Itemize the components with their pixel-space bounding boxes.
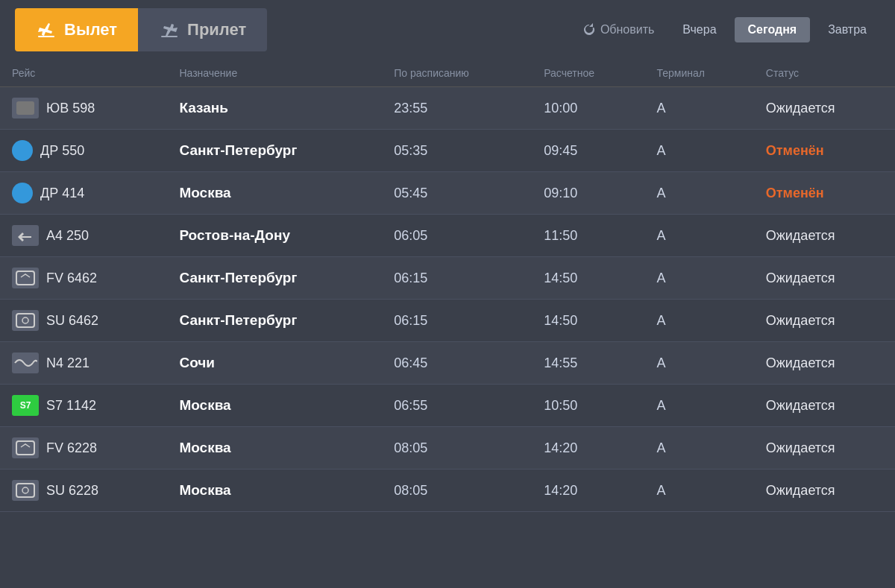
scheduled-cell: 06:55 (382, 385, 532, 427)
estimated-cell: 14:55 (532, 342, 644, 385)
svg-rect-2 (16, 101, 34, 115)
col-terminal: Терминал (645, 60, 754, 87)
svg-rect-6 (16, 441, 34, 455)
status-cell: Ожидается (754, 300, 895, 342)
status-cell: Отменён (754, 130, 895, 172)
flight-number: SU 6462 (46, 313, 98, 329)
svg-rect-1 (161, 36, 178, 37)
svg-rect-0 (38, 36, 54, 37)
today-button[interactable]: Сегодня (735, 17, 811, 42)
tab-departure[interactable]: Вылет (15, 8, 138, 51)
status-badge: Ожидается (766, 271, 835, 285)
status-badge: Ожидается (766, 440, 835, 455)
terminal-value: А (657, 143, 666, 158)
destination-name: Санкт-Петербург (179, 142, 297, 158)
scheduled-time: 05:35 (394, 143, 427, 158)
estimated-time: 14:55 (544, 355, 577, 370)
flight-number-cell: ДР 550 (0, 130, 167, 172)
table-row[interactable]: ДР 414 Москва 05:45 09:10 А Отменён (0, 172, 895, 215)
table-row[interactable]: SU 6462 Санкт-Петербург 06:15 14:50 А Ож… (0, 300, 895, 342)
terminal-value: А (657, 228, 666, 243)
scheduled-cell: 08:05 (382, 427, 532, 470)
scheduled-time: 23:55 (394, 101, 427, 116)
airline-icon (12, 98, 39, 118)
yesterday-button[interactable]: Вчера (669, 17, 729, 42)
tab-arrival-label: Прилет (187, 20, 246, 39)
destination-name: Сочи (179, 355, 215, 370)
estimated-time: 10:00 (544, 101, 577, 116)
status-cell: Ожидается (754, 342, 895, 385)
terminal-cell: А (645, 87, 754, 130)
terminal-cell: А (645, 427, 754, 470)
estimated-cell: 10:00 (532, 87, 644, 130)
status-badge: Ожидается (766, 398, 835, 413)
estimated-time: 11:50 (544, 228, 577, 243)
destination-cell: Сочи (167, 342, 382, 385)
destination-name: Ростов-на-Дону (179, 227, 290, 243)
svg-rect-4 (16, 314, 34, 327)
airline-icon (12, 353, 39, 373)
scheduled-cell: 05:35 (382, 130, 532, 172)
status-cell: Ожидается (754, 385, 895, 427)
estimated-time: 14:20 (544, 483, 577, 498)
status-cell: Ожидается (754, 215, 895, 257)
table-row[interactable]: N4 221 Сочи 06:45 14:55 А Ожидается (0, 342, 895, 385)
estimated-time: 14:50 (544, 313, 577, 328)
destination-name: Москва (179, 185, 230, 200)
table-row[interactable]: SU 6228 Москва 08:05 14:20 А Ожидается (0, 470, 895, 512)
terminal-value: А (657, 440, 666, 455)
table-row[interactable]: ДР 550 Санкт-Петербург 05:35 09:45 А Отм… (0, 130, 895, 172)
status-cell: Отменён (754, 172, 895, 215)
tab-departure-label: Вылет (64, 20, 117, 39)
destination-name: Москва (179, 482, 230, 498)
status-cell: Ожидается (754, 470, 895, 512)
table-row[interactable]: FV 6462 Санкт-Петербург 06:15 14:50 А Ож… (0, 257, 895, 300)
refresh-label: Обновить (600, 23, 654, 37)
svg-point-8 (22, 487, 28, 493)
terminal-cell: А (645, 215, 754, 257)
airline-icon (12, 268, 39, 288)
col-scheduled: По расписанию (382, 60, 532, 87)
terminal-cell: А (645, 385, 754, 427)
destination-cell: Санкт-Петербург (167, 130, 382, 172)
svg-rect-7 (16, 484, 34, 497)
airline-icon: S7 (12, 395, 39, 416)
destination-cell: Москва (167, 385, 382, 427)
scheduled-cell: 05:45 (382, 172, 532, 215)
tomorrow-button[interactable]: Завтра (814, 17, 880, 42)
status-cell: Ожидается (754, 257, 895, 300)
destination-name: Санкт-Петербург (179, 312, 297, 328)
svg-point-5 (22, 317, 28, 323)
flight-number: ЮВ 598 (46, 101, 95, 116)
tab-arrival[interactable]: Прилет (138, 8, 267, 51)
terminal-value: А (657, 186, 666, 200)
airline-icon (12, 437, 39, 458)
terminal-value: А (657, 355, 666, 370)
table-row[interactable]: ЮВ 598 Казань 23:55 10:00 А Ожидается (0, 87, 895, 130)
col-estimated: Расчетное (532, 60, 644, 87)
scheduled-time: 06:45 (394, 355, 427, 370)
refresh-button[interactable]: Обновить (582, 23, 654, 37)
table-row[interactable]: S7 S7 1142 Москва 06:55 10:50 А Ожидаетс… (0, 385, 895, 427)
estimated-time: 14:20 (544, 440, 577, 455)
destination-name: Москва (179, 440, 230, 455)
estimated-cell: 14:20 (532, 427, 644, 470)
terminal-value: А (657, 271, 666, 285)
flight-number: ДР 550 (40, 143, 84, 159)
airline-icon (12, 310, 39, 331)
table-row[interactable]: А4 250 Ростов-на-Дону 06:05 11:50 А Ожид… (0, 215, 895, 257)
flight-number-cell: ДР 414 (0, 172, 167, 215)
destination-cell: Санкт-Петербург (167, 300, 382, 342)
flight-number-cell: FV 6462 (0, 257, 167, 300)
departure-plane-icon (36, 19, 57, 40)
table-row[interactable]: FV 6228 Москва 08:05 14:20 А Ожидается (0, 427, 895, 470)
scheduled-time: 05:45 (394, 186, 427, 200)
flight-number-cell: SU 6228 (0, 470, 167, 512)
airline-icon (12, 183, 33, 203)
status-badge: Ожидается (766, 101, 835, 116)
terminal-value: А (657, 101, 666, 116)
terminal-value: А (657, 398, 666, 413)
destination-name: Москва (179, 397, 230, 413)
flight-number-cell: S7 S7 1142 (0, 385, 167, 427)
terminal-cell: А (645, 300, 754, 342)
